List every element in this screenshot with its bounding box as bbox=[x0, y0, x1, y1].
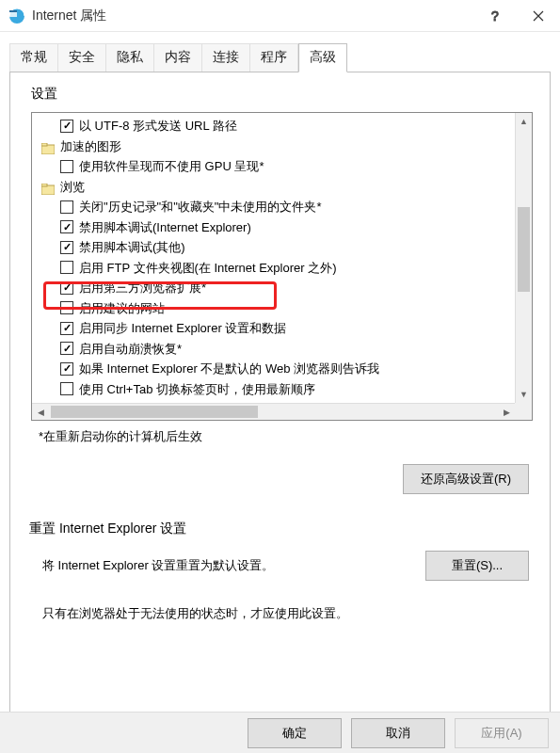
tab-content[interactable]: 内容 bbox=[154, 43, 202, 72]
restart-note: *在重新启动你的计算机后生效 bbox=[39, 428, 533, 445]
svg-rect-7 bbox=[41, 184, 47, 186]
reset-heading: 重置 Internet Explorer 设置 bbox=[29, 521, 533, 537]
checkbox[interactable] bbox=[60, 362, 73, 376]
checkbox[interactable] bbox=[60, 281, 73, 295]
titlebar: Internet 属性 ? bbox=[0, 0, 560, 32]
svg-text:?: ? bbox=[491, 9, 499, 23]
tree-section: 浏览 bbox=[34, 177, 513, 198]
tab-programs[interactable]: 程序 bbox=[250, 43, 298, 72]
tree-item[interactable]: 以 UTF-8 形式发送 URL 路径 bbox=[34, 116, 513, 136]
tree-item-label: 启用同步 Internet Explorer 设置和数据 bbox=[79, 318, 286, 339]
checkbox[interactable] bbox=[60, 261, 73, 274]
tree-item[interactable]: 启用 FTP 文件夹视图(在 Internet Explorer 之外) bbox=[34, 258, 513, 279]
window-title: Internet 属性 bbox=[32, 8, 473, 24]
restore-advanced-button[interactable]: 还原高级设置(R) bbox=[403, 464, 529, 494]
tree-item-label: 启用自动崩溃恢复* bbox=[79, 339, 182, 360]
tree-item-label: 使用 Ctrl+Tab 切换标签页时，使用最新顺序 bbox=[79, 379, 315, 400]
folder-icon bbox=[41, 140, 55, 152]
tab-page-advanced: 设置 以 UTF-8 形式发送 URL 路径加速的图形使用软件呈现而不使用 GP… bbox=[9, 72, 551, 742]
tree-item-label: 使用软件呈现而不使用 GPU 呈现* bbox=[79, 156, 264, 177]
scroll-thumb[interactable] bbox=[518, 207, 530, 292]
tree-item-label: 浏览 bbox=[60, 177, 85, 198]
tree-item-label: 以 UTF-8 形式发送 URL 路径 bbox=[79, 116, 237, 136]
scroll-down-icon[interactable]: ▼ bbox=[516, 386, 532, 403]
scroll-right-icon[interactable]: ▶ bbox=[498, 404, 515, 421]
reset-button[interactable]: 重置(S)... bbox=[425, 551, 529, 581]
checkbox[interactable] bbox=[60, 301, 73, 314]
reset-info: 只有在浏览器处于无法使用的状态时，才应使用此设置。 bbox=[42, 605, 533, 622]
tree-item[interactable]: 启用同步 Internet Explorer 设置和数据 bbox=[34, 318, 513, 339]
tree-item-label: 禁用脚本调试(Internet Explorer) bbox=[79, 217, 251, 238]
close-button[interactable] bbox=[517, 0, 560, 32]
vertical-scrollbar[interactable]: ▲ ▼ bbox=[515, 113, 532, 403]
checkbox[interactable] bbox=[60, 342, 73, 355]
checkbox[interactable] bbox=[60, 160, 73, 173]
tab-privacy[interactable]: 隐私 bbox=[106, 43, 154, 72]
checkbox[interactable] bbox=[60, 120, 73, 133]
dialog-footer: 确定 取消 应用(A) bbox=[0, 712, 560, 753]
tree-item[interactable]: 禁用脚本调试(Internet Explorer) bbox=[34, 217, 513, 238]
tabstrip: 常规 安全 隐私 内容 连接 程序 高级 bbox=[0, 32, 560, 72]
svg-rect-5 bbox=[41, 143, 47, 146]
tree-item[interactable]: 启用自动崩溃恢复* bbox=[34, 339, 513, 360]
tree-item-label: 禁用脚本调试(其他) bbox=[79, 237, 185, 258]
tree-item-label: 启用建议的网站 bbox=[79, 298, 165, 319]
app-icon bbox=[8, 7, 26, 25]
tree-item[interactable]: 如果 Internet Explorer 不是默认的 Web 浏览器则告诉我 bbox=[34, 359, 513, 379]
tree-item-label: 启用 FTP 文件夹视图(在 Internet Explorer 之外) bbox=[79, 258, 337, 279]
checkbox[interactable] bbox=[60, 200, 73, 214]
checkbox[interactable] bbox=[60, 241, 73, 254]
tab-advanced[interactable]: 高级 bbox=[298, 43, 347, 72]
checkbox[interactable] bbox=[60, 220, 73, 233]
scroll-up-icon[interactable]: ▲ bbox=[516, 113, 532, 130]
folder-icon bbox=[41, 181, 55, 192]
tab-general[interactable]: 常规 bbox=[9, 43, 58, 72]
cancel-button[interactable]: 取消 bbox=[351, 718, 445, 748]
tree-item[interactable]: 启用建议的网站 bbox=[34, 298, 513, 319]
help-button[interactable]: ? bbox=[473, 0, 517, 32]
tree-item[interactable]: 使用软件呈现而不使用 GPU 呈现* bbox=[34, 156, 513, 177]
settings-label: 设置 bbox=[31, 86, 533, 103]
tree-section: 加速的图形 bbox=[34, 136, 513, 157]
tree-item[interactable]: 使用 Ctrl+Tab 切换标签页时，使用最新顺序 bbox=[34, 379, 513, 400]
horizontal-scrollbar[interactable]: ◀ ▶ bbox=[32, 403, 515, 420]
scroll-left-icon[interactable]: ◀ bbox=[32, 404, 49, 421]
apply-button[interactable]: 应用(A) bbox=[455, 718, 549, 748]
tree-item[interactable]: 启用第三方浏览器扩展* bbox=[34, 278, 513, 298]
checkbox[interactable] bbox=[60, 382, 73, 395]
tree-item[interactable]: 禁用脚本调试(其他) bbox=[34, 237, 513, 258]
reset-desc: 将 Internet Explorer 设置重置为默认设置。 bbox=[42, 557, 274, 574]
tree-item-label: 启用第三方浏览器扩展* bbox=[79, 278, 206, 298]
tab-connections[interactable]: 连接 bbox=[202, 43, 250, 72]
settings-tree[interactable]: 以 UTF-8 形式发送 URL 路径加速的图形使用软件呈现而不使用 GPU 呈… bbox=[31, 112, 533, 421]
tab-security[interactable]: 安全 bbox=[58, 43, 106, 72]
svg-rect-2 bbox=[9, 10, 17, 12]
tree-item-label: 加速的图形 bbox=[60, 136, 121, 157]
tree-item-label: 关闭"历史记录"和"收藏夹"中未使用的文件夹* bbox=[79, 197, 322, 217]
tree-item[interactable]: 关闭"历史记录"和"收藏夹"中未使用的文件夹* bbox=[34, 197, 513, 217]
ok-button[interactable]: 确定 bbox=[248, 718, 342, 748]
tree-item-label: 如果 Internet Explorer 不是默认的 Web 浏览器则告诉我 bbox=[79, 359, 379, 379]
scroll-thumb-h[interactable] bbox=[51, 406, 258, 418]
scrollbar-corner bbox=[515, 403, 532, 420]
checkbox[interactable] bbox=[60, 322, 73, 335]
